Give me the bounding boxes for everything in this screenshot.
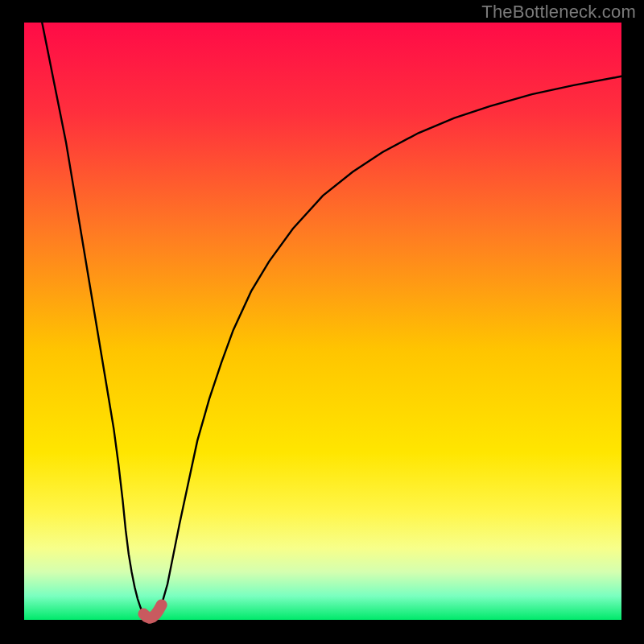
chart-frame: TheBottleneck.com [0, 0, 644, 644]
bottleneck-chart [0, 0, 644, 644]
plot-background [24, 23, 621, 620]
watermark-text: TheBottleneck.com [481, 2, 636, 23]
